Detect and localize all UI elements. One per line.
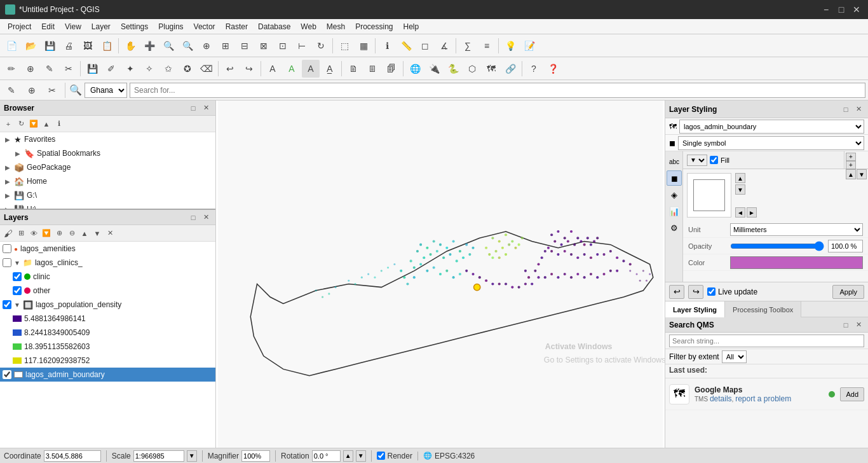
add-group-btn[interactable]: ⊞ <box>15 228 27 239</box>
globe-btn[interactable]: 🌐 <box>406 60 424 78</box>
browser-add-btn[interactable]: + <box>3 118 14 130</box>
edit-btn4[interactable]: ✂ <box>60 60 78 78</box>
menu-settings[interactable]: Settings <box>116 21 153 32</box>
open-layer-styling-btn[interactable]: 🖌 <box>3 228 14 239</box>
menu-edit[interactable]: Edit <box>36 21 60 32</box>
redo-styling-btn[interactable]: ↪ <box>688 285 703 299</box>
population-density-checkbox[interactable] <box>3 300 11 309</box>
clinic-checkbox[interactable] <box>13 272 22 281</box>
rotation-up-btn[interactable]: ▲ <box>343 450 353 462</box>
browser-collapse-btn[interactable]: ▲ <box>41 118 52 130</box>
layer-other[interactable]: other <box>0 284 215 298</box>
3d-tool-btn[interactable]: ◈ <box>667 187 682 202</box>
label-btn1[interactable]: A <box>264 60 281 78</box>
label-tool-btn[interactable]: abc <box>667 154 682 169</box>
layer-lagos-clinics-group[interactable]: ▼ 📁 lagos_clinics_ <box>0 256 215 270</box>
refresh-button[interactable]: ↻ <box>312 37 330 55</box>
save-as-button[interactable]: 🖨 <box>60 37 78 55</box>
new-project-button[interactable]: 📄 <box>3 37 20 55</box>
menu-raster[interactable]: Raster <box>220 21 253 32</box>
maximize-button[interactable]: □ <box>835 3 848 16</box>
plugin-btn4[interactable]: 🗺 <box>482 60 500 78</box>
browser-item-home[interactable]: ▶ 🏠 Home <box>0 174 215 188</box>
zoom-full-button[interactable]: ⊠ <box>255 37 273 55</box>
menu-project[interactable]: Project <box>3 21 36 32</box>
filter-layer-btn[interactable]: 🔽 <box>41 228 52 239</box>
edit-btn2[interactable]: ⊕ <box>22 60 39 78</box>
nav-down-btn[interactable]: + <box>846 161 856 169</box>
layer-admin-boundary[interactable]: lagos_admin_boundary <box>0 368 215 382</box>
fill-type-select[interactable]: ▼ <box>687 155 707 166</box>
digitize-button[interactable]: ✏ <box>3 60 20 78</box>
unit-select[interactable]: Millimeters <box>730 223 863 236</box>
menu-mesh[interactable]: Mesh <box>322 21 350 32</box>
render-checkbox[interactable] <box>377 452 385 460</box>
select-feature-button[interactable]: ⬚ <box>336 37 353 55</box>
calc-button[interactable]: ≡ <box>478 37 496 55</box>
layer-visibility-btn[interactable]: 👁 <box>28 228 39 239</box>
menu-web[interactable]: Web <box>295 21 321 32</box>
diagram-tool-btn[interactable]: 📊 <box>667 204 682 219</box>
edit-btn7[interactable]: ✦ <box>121 60 139 78</box>
measure-area-button[interactable]: ◻ <box>416 37 434 55</box>
close-button[interactable]: ✕ <box>850 3 863 16</box>
save-project-button[interactable]: 💾 <box>41 37 58 55</box>
opacity-slider[interactable] <box>730 241 824 251</box>
edit-btn10[interactable]: ✪ <box>179 60 196 78</box>
redo-edits-button[interactable]: ↪ <box>240 60 258 78</box>
zoom-last-button[interactable]: ⊡ <box>274 37 292 55</box>
pan-map-button[interactable]: ✋ <box>121 37 139 55</box>
plugin-btn2[interactable]: 🐍 <box>444 60 462 78</box>
tips-button[interactable]: 💡 <box>501 37 519 55</box>
lagos-clinics-checkbox[interactable] <box>3 258 11 267</box>
scale-input[interactable] <box>133 450 184 462</box>
edit-btn3[interactable]: ✎ <box>41 60 58 78</box>
tab-processing-toolbox[interactable]: Processing Toolbox <box>725 301 801 318</box>
zoom-out-button[interactable]: 🔍 <box>179 37 196 55</box>
fill-tool-btn[interactable]: ◼ <box>667 170 682 186</box>
magnifier-input[interactable] <box>241 450 270 462</box>
apply-button[interactable]: Apply <box>832 285 864 299</box>
menu-plugins[interactable]: Plugins <box>153 21 188 32</box>
layer-population-density[interactable]: ▼ 🔲 lagos_population_density <box>0 298 215 312</box>
browser-properties-btn[interactable]: ℹ <box>53 118 65 130</box>
symbol-type-select[interactable]: Single symbol <box>678 136 864 150</box>
admin-boundary-checkbox[interactable] <box>3 370 11 379</box>
menu-layer[interactable]: Layer <box>86 21 116 32</box>
help-btn[interactable]: ? <box>525 60 543 78</box>
delete-layer-btn[interactable]: ✕ <box>104 228 116 239</box>
layer-clinic[interactable]: clinic <box>0 270 215 284</box>
locator-btn1[interactable]: ✎ <box>3 81 20 99</box>
label-btn2[interactable]: A <box>283 60 301 78</box>
save-edits-button[interactable]: 💾 <box>83 60 101 78</box>
plugin-btn5[interactable]: 🔗 <box>501 60 519 78</box>
filter-select[interactable]: All <box>722 350 747 363</box>
anno-btn2[interactable]: 🗏 <box>363 60 381 78</box>
scroll-right-btn[interactable]: ► <box>747 207 757 218</box>
scroll-left-btn[interactable]: ◄ <box>735 207 745 218</box>
qms-float-btn[interactable]: □ <box>840 319 851 331</box>
rotation-input[interactable] <box>312 450 341 462</box>
plugin-btn1[interactable]: 🔌 <box>425 60 443 78</box>
undo-edits-button[interactable]: ↩ <box>221 60 239 78</box>
browser-refresh-btn[interactable]: ↻ <box>15 118 27 130</box>
edit-btn11[interactable]: ⌫ <box>198 60 215 78</box>
opacity-input[interactable] <box>828 240 863 252</box>
remove-layer-btn[interactable]: ⊖ <box>66 228 78 239</box>
open-project-button[interactable]: 📂 <box>22 37 39 55</box>
zoom-selection-button[interactable]: ⊞ <box>217 37 234 55</box>
plugin-btn3[interactable]: ⬡ <box>463 60 481 78</box>
zoom-in-button[interactable]: 🔍 <box>159 37 177 55</box>
active-layer-select[interactable]: lagos_admin_boundary <box>679 120 864 134</box>
rotation-down-btn[interactable]: ▼ <box>356 450 366 462</box>
browser-float-btn[interactable]: □ <box>187 102 199 114</box>
lagos-amenities-checkbox[interactable] <box>3 244 11 253</box>
expand-all-btn[interactable]: ⊕ <box>53 228 65 239</box>
menu-processing[interactable]: Processing <box>350 21 398 32</box>
layers-close-btn[interactable]: ✕ <box>200 212 212 223</box>
qms-add-button[interactable]: Add <box>840 387 864 401</box>
anno-btn3[interactable]: 🗐 <box>383 60 400 78</box>
menu-view[interactable]: View <box>60 21 86 32</box>
measure-button[interactable]: 📏 <box>397 37 415 55</box>
color-picker[interactable] <box>730 256 863 269</box>
